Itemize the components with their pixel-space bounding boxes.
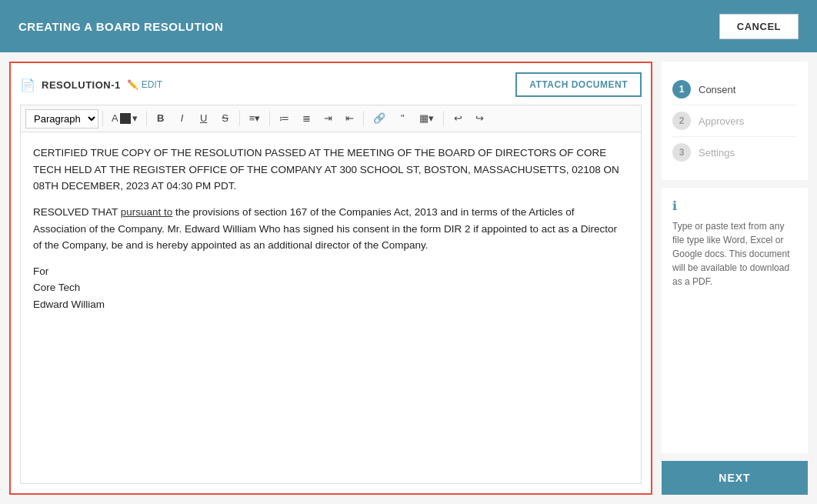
toolbar-separator-2: [146, 111, 147, 126]
editor-paragraph-1: CERTIFIED TRUE COPY OF THE RESOLUTION PA…: [33, 145, 629, 195]
page-header: CREATING A BOARD RESOLUTION CANCEL: [0, 0, 817, 52]
steps-card: 1 Consent 2 Approvers 3 Settings: [662, 62, 808, 180]
editor-toolbar: Paragraph A ▾ B I U S ≡▾ ≔ ≣ ⇥ ⇤ 🔗 " ▦▾: [20, 105, 642, 132]
toolbar-separator-6: [443, 111, 444, 126]
italic-button[interactable]: I: [172, 108, 192, 129]
chevron-down-icon: ▾: [132, 112, 138, 125]
indent-decrease-button[interactable]: ⇤: [339, 108, 359, 129]
font-color-button[interactable]: A ▾: [107, 108, 142, 129]
right-panel: 1 Consent 2 Approvers 3 Settings ℹ Type …: [662, 62, 808, 495]
editor-paragraph-2: RESOLVED THAT pursuant to the provisions…: [33, 204, 629, 254]
step-item-2[interactable]: 2 Approvers: [672, 105, 797, 136]
main-content: 📄 RESOLUTION-1 ✏️ EDIT ATTACH DOCUMENT P…: [0, 52, 817, 504]
table-button[interactable]: ▦▾: [414, 108, 439, 129]
blockquote-button[interactable]: ": [392, 108, 412, 129]
resolution-label-group: 📄 RESOLUTION-1 ✏️ EDIT: [20, 78, 162, 92]
info-icon: ℹ: [672, 199, 797, 213]
pursuant-to-link[interactable]: pursuant to: [121, 206, 173, 218]
editor-top-bar: 📄 RESOLUTION-1 ✏️ EDIT ATTACH DOCUMENT: [20, 72, 642, 97]
toolbar-separator-1: [102, 111, 103, 126]
step-label-2: Approvers: [699, 115, 744, 127]
step-label-1: Consent: [699, 84, 735, 95]
paragraph-style-select[interactable]: Paragraph: [25, 109, 98, 129]
undo-button[interactable]: ↩: [448, 108, 468, 129]
next-button[interactable]: NEXT: [662, 461, 808, 495]
editor-content[interactable]: CERTIFIED TRUE COPY OF THE RESOLUTION PA…: [20, 132, 642, 484]
font-a-label: A: [112, 112, 118, 125]
ordered-list-button[interactable]: ≔: [274, 108, 295, 129]
attach-document-button[interactable]: ATTACH DOCUMENT: [515, 72, 642, 97]
resolution-name: RESOLUTION-1: [42, 79, 121, 91]
step-item-1[interactable]: 1 Consent: [672, 74, 797, 105]
step-num-3: 3: [672, 143, 691, 162]
page-title: CREATING A BOARD RESOLUTION: [18, 20, 223, 33]
redo-button[interactable]: ↪: [469, 108, 489, 129]
edit-button[interactable]: ✏️ EDIT: [127, 79, 162, 90]
unordered-list-button[interactable]: ≣: [296, 108, 316, 129]
editor-paragraph-3: For Core Tech Edward William: [33, 263, 629, 313]
edit-label: EDIT: [142, 79, 162, 90]
underline-button[interactable]: U: [194, 108, 214, 129]
step-num-2: 2: [672, 112, 691, 130]
toolbar-separator-5: [363, 111, 364, 126]
info-text: Type or paste text from any file type li…: [672, 219, 797, 289]
step-num-1: 1: [672, 80, 691, 98]
resolved-that-text: RESOLVED THAT: [33, 206, 121, 218]
step-label-3: Settings: [699, 147, 735, 159]
toolbar-separator-4: [269, 111, 270, 126]
cancel-button[interactable]: CANCEL: [719, 14, 799, 39]
toolbar-separator-3: [239, 111, 240, 126]
strikethrough-button[interactable]: S: [215, 108, 235, 129]
link-button[interactable]: 🔗: [368, 108, 391, 129]
document-icon: 📄: [20, 78, 35, 92]
pencil-icon: ✏️: [127, 79, 138, 90]
indent-increase-button[interactable]: ⇥: [318, 108, 338, 129]
color-swatch: [120, 113, 131, 124]
bold-button[interactable]: B: [151, 108, 171, 129]
step-item-3[interactable]: 3 Settings: [672, 136, 797, 168]
editor-panel: 📄 RESOLUTION-1 ✏️ EDIT ATTACH DOCUMENT P…: [9, 62, 652, 495]
info-card: ℹ Type or paste text from any file type …: [662, 188, 808, 453]
align-button[interactable]: ≡▾: [244, 108, 266, 129]
